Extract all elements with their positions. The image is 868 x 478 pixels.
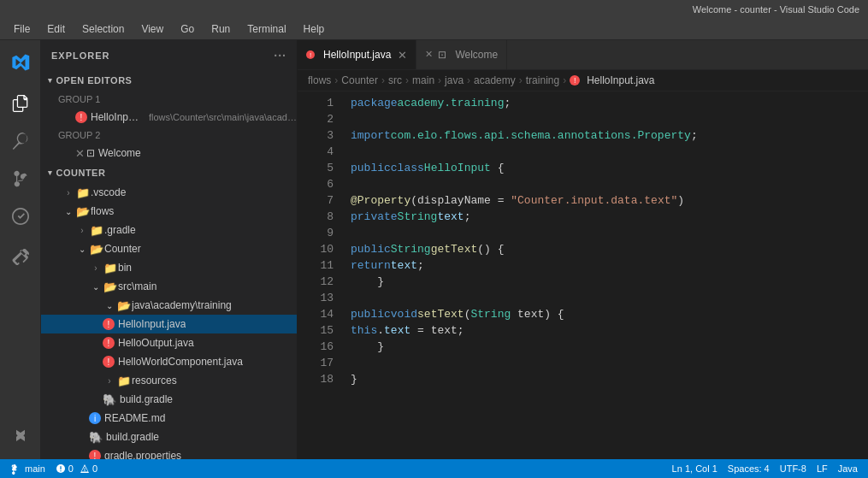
menu-view[interactable]: View <box>134 21 170 37</box>
breadcrumb: flows › Counter › src › main › java › ac… <box>298 70 868 91</box>
activity-run-debug[interactable] <box>5 201 36 232</box>
statusbar-encoding[interactable]: UTF-8 <box>780 463 806 474</box>
tree-bin[interactable]: › 📁 bin <box>41 258 297 277</box>
info-dot-readme: i <box>89 412 101 424</box>
statusbar-language[interactable]: Java <box>838 463 858 474</box>
code-line-11: return text; <box>351 257 868 274</box>
statusbar-eol[interactable]: LF <box>817 463 828 474</box>
chevron-right-icon-bin: › <box>89 263 103 273</box>
breadcrumb-academy[interactable]: academy <box>474 74 516 86</box>
menu-go[interactable]: Go <box>174 21 201 37</box>
breadcrumb-java[interactable]: java <box>445 74 464 86</box>
tree-counter-folder-label: Counter <box>104 243 141 255</box>
tree-gradleprops[interactable]: ! gradle.properties <box>41 446 297 459</box>
breadcrumb-main[interactable]: main <box>412 74 434 86</box>
tree-hellooutput-label: HelloOutput.java <box>118 337 194 349</box>
breadcrumb-src[interactable]: src <box>388 74 402 86</box>
section-counter[interactable]: ▾ COUNTER <box>41 162 297 183</box>
menu-file[interactable]: File <box>7 21 37 37</box>
error-dot-helloinput: ! <box>103 318 115 330</box>
vscode-logo <box>5 47 36 78</box>
tab-welcome-name: Welcome <box>455 49 498 61</box>
tree-readme-label: README.md <box>104 412 165 424</box>
code-line-18: } <box>351 371 868 387</box>
tree-javatraining-label: java\academy\training <box>132 299 232 311</box>
statusbar-errors[interactable]: 0 0 <box>56 463 97 474</box>
section-open-editors[interactable]: ▾ OPEN EDITORS <box>41 70 297 91</box>
statusbar-left: main 0 0 <box>10 463 97 475</box>
breadcrumb-sep-7: › <box>563 74 566 86</box>
breadcrumb-sep-5: › <box>467 74 470 86</box>
sidebar-title: EXPLORER <box>51 50 110 61</box>
sidebar-content: ▾ OPEN EDITORS GROUP 1 ! HelloInput.java… <box>41 70 297 459</box>
tree-helloworldcomponent[interactable]: ! HelloWorldComponent.java <box>41 352 297 371</box>
line-numbers: 1 2 3 4 5 6 7 8 9 10 11 12 13 14 15 16 1… <box>298 91 340 459</box>
code-line-4 <box>351 144 868 160</box>
open-editor-helloinput[interactable]: ! HelloInput.java flows\Counter\src\main… <box>41 108 297 127</box>
folder-icon-bin: 📁 <box>103 262 118 274</box>
code-editor[interactable]: 1 2 3 4 5 6 7 8 9 10 11 12 13 14 15 16 1… <box>298 91 868 459</box>
menu-selection[interactable]: Selection <box>75 21 131 37</box>
tree-helloinput[interactable]: ! HelloInput.java <box>41 315 297 333</box>
breadcrumb-sep-1: › <box>334 74 338 86</box>
statusbar-spaces[interactable]: Spaces: 4 <box>728 463 770 474</box>
chevron-down-icon-javatraining: ⌄ <box>103 301 116 310</box>
menu-terminal[interactable]: Terminal <box>240 21 292 37</box>
titlebar-title: Welcome - counter - Visual Studio Code <box>693 4 859 15</box>
statusbar-right: Ln 1, Col 1 Spaces: 4 UTF-8 LF Java <box>672 463 858 474</box>
menu-run[interactable]: Run <box>204 21 237 37</box>
activity-test[interactable] <box>5 422 36 452</box>
breadcrumb-file[interactable]: HelloInput.java <box>587 74 654 86</box>
tree-srcmain[interactable]: ⌄ 📂 src\main <box>41 277 297 296</box>
main-layout: EXPLORER ··· ▾ OPEN EDITORS GROUP 1 ! He… <box>0 40 868 459</box>
tab-welcome[interactable]: ✕ ⊡ Welcome <box>416 40 507 69</box>
breadcrumb-sep-3: › <box>405 74 409 86</box>
tree-buildgradle-counter[interactable]: 🐘 build.gradle <box>41 390 297 409</box>
tree-flows[interactable]: ⌄ 📂 flows <box>41 202 297 221</box>
tree-counter-folder[interactable]: ⌄ 📂 Counter <box>41 239 297 258</box>
activity-source-control[interactable] <box>5 163 36 194</box>
group-1-label: GROUP 1 <box>41 91 297 108</box>
menu-edit[interactable]: Edit <box>40 21 72 37</box>
tree-vscode[interactable]: › 📁 .vscode <box>41 183 297 202</box>
statusbar: main 0 0 Ln 1, Col 1 Spaces: 4 UTF-8 LF … <box>0 459 868 478</box>
breadcrumb-sep-4: › <box>438 74 441 86</box>
open-editor-welcome-name: Welcome <box>98 147 141 159</box>
statusbar-branch[interactable]: main <box>10 463 45 475</box>
breadcrumb-counter[interactable]: Counter <box>341 74 378 86</box>
activity-search[interactable] <box>5 126 36 156</box>
open-editor-welcome[interactable]: ✕ ⊡ Welcome <box>41 144 297 162</box>
tab-welcome-page-icon: ⊡ <box>438 49 446 61</box>
code-content[interactable]: package academy.training; import com.elo… <box>340 91 868 459</box>
activity-extensions[interactable] <box>5 242 36 273</box>
tree-readme[interactable]: i README.md <box>41 409 297 428</box>
folder-icon: 📁 <box>75 186 91 199</box>
tree-javatraining[interactable]: ⌄ 📂 java\academy\training <box>41 296 297 315</box>
tab-close-icon[interactable]: ✕ <box>398 49 407 62</box>
tab-bar: ! HelloInput.java ✕ ✕ ⊡ Welcome <box>298 40 868 70</box>
folder-icon-resources: 📁 <box>116 375 132 387</box>
tree-gradle-dot-label: .gradle <box>104 224 136 236</box>
breadcrumb-training[interactable]: training <box>526 74 559 86</box>
chevron-right-icon: › <box>62 188 75 198</box>
activity-explorer[interactable] <box>5 88 36 119</box>
tree-resources[interactable]: › 📁 resources <box>41 371 297 390</box>
tree-bin-label: bin <box>118 262 132 274</box>
code-line-12: } <box>351 274 868 290</box>
breadcrumb-flows[interactable]: flows <box>308 74 331 86</box>
tree-gradleprops-label: gradle.properties <box>104 450 181 459</box>
statusbar-ln[interactable]: Ln 1, Col 1 <box>672 463 717 474</box>
tree-flows-label: flows <box>91 205 114 217</box>
chevron-down-icon-srcmain: ⌄ <box>89 282 103 292</box>
code-line-10: public String getText() { <box>351 241 868 257</box>
close-icon[interactable]: ✕ <box>75 147 85 160</box>
tree-gradle-dot[interactable]: › 📁 .gradle <box>41 221 297 239</box>
titlebar: Welcome - counter - Visual Studio Code <box>0 0 868 19</box>
menu-help[interactable]: Help <box>297 21 332 37</box>
chevron-right-icon-gradle: › <box>75 226 89 235</box>
code-line-16: } <box>351 339 868 355</box>
tree-buildgradle-flows[interactable]: 🐘 build.gradle <box>41 428 297 446</box>
sidebar-more-actions[interactable]: ··· <box>274 49 286 62</box>
tab-helloinput[interactable]: ! HelloInput.java ✕ <box>298 40 416 69</box>
tree-hellooutput[interactable]: ! HelloOutput.java <box>41 333 297 352</box>
